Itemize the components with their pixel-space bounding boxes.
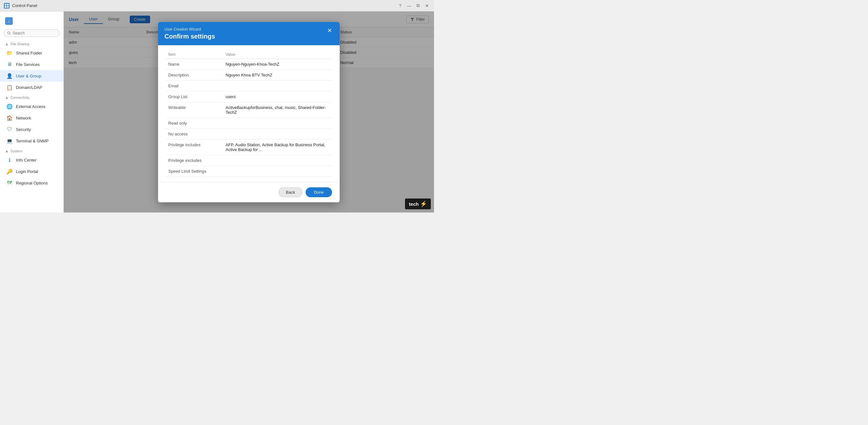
svg-line-5 (10, 34, 10, 34)
titlebar-title: Control Panel (12, 3, 37, 8)
section-system[interactable]: ▲ System (0, 146, 63, 154)
help-button[interactable]: ? (397, 3, 403, 9)
back-button[interactable]: Back (279, 187, 302, 197)
sidebar-item-file-services[interactable]: 🖥 File Services (0, 59, 63, 70)
settings-item: Email (166, 80, 223, 91)
app-icon (4, 3, 9, 9)
sidebar-item-login-portal[interactable]: 🔑 Login Portal (0, 166, 63, 177)
col-item: Item (166, 50, 223, 59)
col-value: Value (223, 50, 332, 59)
settings-item: Privilege excludes (166, 155, 223, 166)
settings-row: Privilege includes AFP, Audio Station, A… (166, 139, 332, 155)
settings-value: Nguyen Khoa BTV TechZ (223, 69, 332, 80)
modal-header-content: User Creation Wizard Confirm settings (164, 27, 215, 40)
titlebar: Control Panel ? — ⧉ ✕ (0, 0, 434, 11)
chevron-down-icon: ▲ (5, 42, 9, 46)
modal-close-button[interactable]: ✕ (326, 27, 333, 34)
settings-row: No access (166, 128, 332, 139)
modal-header: User Creation Wizard Confirm settings ✕ (158, 22, 340, 45)
settings-value (223, 128, 332, 139)
section-file-sharing[interactable]: ▲ File Sharing (0, 39, 63, 47)
settings-row: Read only (166, 118, 332, 128)
search-input[interactable] (13, 31, 56, 35)
home-icon: ⌂ (5, 17, 13, 25)
settings-table: Item Value Name Nguyen-Nguyen-Khoa-TechZ… (166, 50, 332, 177)
modal-footer: Back Done (158, 182, 340, 202)
section-connectivity[interactable]: ▲ Connectivity (0, 93, 63, 101)
settings-value: AFP, Audio Station, Active Backup for Bu… (223, 139, 332, 155)
settings-value: Nguyen-Nguyen-Khoa-TechZ (223, 59, 332, 69)
settings-value: users (223, 91, 332, 102)
svg-point-4 (8, 32, 10, 34)
sidebar-item-info-center[interactable]: ℹ Info Center (0, 154, 63, 166)
regional-icon: 🗺 (6, 180, 13, 186)
modal-wizard-title: User Creation Wizard (164, 27, 215, 32)
settings-row: Name Nguyen-Nguyen-Khoa-TechZ (166, 59, 332, 69)
chevron-down-icon-sys: ▲ (5, 149, 9, 153)
search-icon (7, 31, 11, 35)
settings-item: Writeable (166, 102, 223, 118)
watermark: tech ⚡ (405, 198, 431, 209)
settings-item: Name (166, 59, 223, 69)
modal-body: Item Value Name Nguyen-Nguyen-Khoa-TechZ… (158, 45, 340, 182)
sidebar-item-shared-folder[interactable]: 📁 Shared Folder (0, 47, 63, 59)
settings-value (223, 166, 332, 176)
domain-ldap-icon: 📋 (6, 84, 13, 91)
user-group-icon: 👤 (6, 73, 13, 79)
sidebar-item-external-access[interactable]: 🌐 External Access (0, 101, 63, 112)
security-icon: 🛡 (6, 126, 13, 133)
main-content: User User Group Create Filter (64, 11, 434, 212)
settings-item: Group List (166, 91, 223, 102)
done-button[interactable]: Done (306, 187, 332, 197)
search-box[interactable] (4, 29, 60, 37)
watermark-text: tech (409, 201, 419, 207)
modal-confirm-title: Confirm settings (164, 33, 215, 40)
settings-row: Privilege excludes (166, 155, 332, 166)
settings-item: Read only (166, 118, 223, 128)
info-center-icon: ℹ (6, 157, 13, 163)
settings-value: ActiveBackupforBusiness, chat, music, Sh… (223, 102, 332, 118)
settings-value (223, 80, 332, 91)
settings-value (223, 155, 332, 166)
login-portal-icon: 🔑 (6, 168, 13, 174)
chevron-down-icon-conn: ▲ (5, 96, 9, 99)
terminal-icon: 💻 (6, 138, 13, 144)
settings-item: No access (166, 128, 223, 139)
settings-row: Email (166, 80, 332, 91)
settings-item: Speed Limit Settings (166, 166, 223, 176)
watermark-bolt: ⚡ (420, 200, 427, 207)
svg-rect-3 (7, 6, 9, 8)
settings-item: Description (166, 69, 223, 80)
sidebar-item-regional-options[interactable]: 🗺 Regional Options (0, 177, 63, 189)
close-button[interactable]: ✕ (424, 3, 430, 9)
settings-value (223, 118, 332, 128)
shared-folder-icon: 📁 (6, 50, 13, 56)
sidebar-item-user-group[interactable]: 👤 User & Group (0, 70, 63, 81)
svg-rect-2 (5, 6, 6, 8)
sidebar-home[interactable]: ⌂ (0, 14, 63, 28)
file-services-icon: 🖥 (6, 61, 13, 68)
minimize-button[interactable]: — (406, 3, 412, 9)
svg-rect-0 (5, 4, 6, 5)
sidebar-item-security[interactable]: 🛡 Security (0, 124, 63, 135)
maximize-button[interactable]: ⧉ (415, 3, 421, 9)
network-icon: 🏠 (6, 115, 13, 121)
settings-row: Speed Limit Settings (166, 166, 332, 176)
settings-item: Privilege includes (166, 139, 223, 155)
settings-row: Description Nguyen Khoa BTV TechZ (166, 69, 332, 80)
sidebar: ⌂ ▲ File Sharing 📁 Shared Folder 🖥 File … (0, 11, 64, 212)
settings-row: Group List users (166, 91, 332, 102)
svg-rect-1 (7, 4, 9, 5)
settings-row: Writeable ActiveBackupforBusiness, chat,… (166, 102, 332, 118)
sidebar-item-terminal-snmp[interactable]: 💻 Terminal & SNMP (0, 135, 63, 146)
titlebar-controls: ? — ⧉ ✕ (397, 3, 430, 9)
external-access-icon: 🌐 (6, 103, 13, 109)
user-creation-wizard-modal: User Creation Wizard Confirm settings ✕ … (158, 22, 340, 202)
sidebar-item-network[interactable]: 🏠 Network (0, 112, 63, 124)
app-body: ⌂ ▲ File Sharing 📁 Shared Folder 🖥 File … (0, 11, 434, 212)
modal-overlay: User Creation Wizard Confirm settings ✕ … (64, 11, 434, 212)
sidebar-item-domain-ldap[interactable]: 📋 Domain/LDAP (0, 81, 63, 93)
